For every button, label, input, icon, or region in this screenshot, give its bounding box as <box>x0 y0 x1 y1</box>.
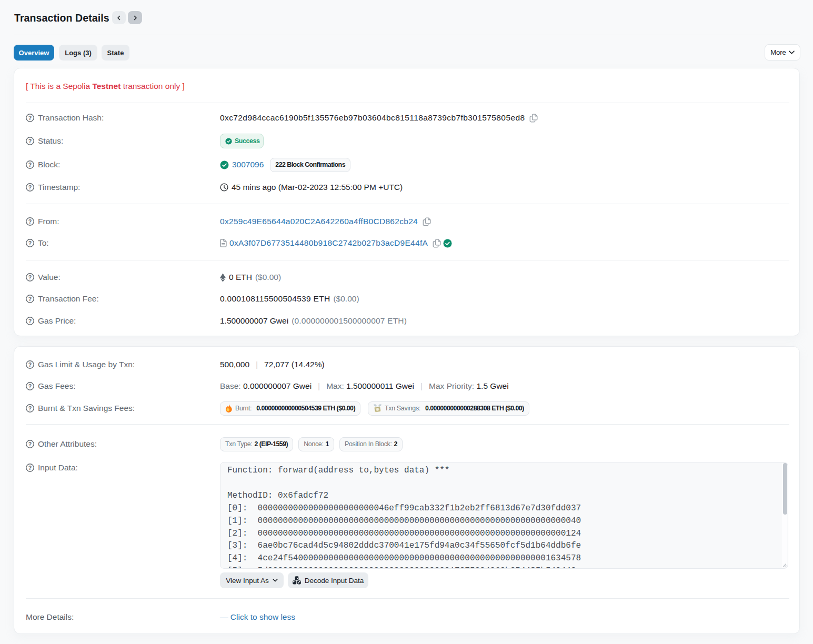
svg-text:?: ? <box>28 184 32 190</box>
svg-text:?: ? <box>28 218 32 225</box>
svg-text:?: ? <box>28 162 32 168</box>
svg-text:?: ? <box>28 361 32 368</box>
svg-text:?: ? <box>28 138 32 144</box>
svg-text:?: ? <box>28 318 32 324</box>
svg-text:?: ? <box>28 296 32 302</box>
svg-text:?: ? <box>28 465 32 471</box>
svg-text:?: ? <box>28 441 32 447</box>
svg-text:?: ? <box>28 405 32 411</box>
svg-text:?: ? <box>28 274 32 280</box>
svg-text:?: ? <box>28 240 32 246</box>
svg-text:?: ? <box>28 383 32 389</box>
svg-text:?: ? <box>28 115 32 121</box>
